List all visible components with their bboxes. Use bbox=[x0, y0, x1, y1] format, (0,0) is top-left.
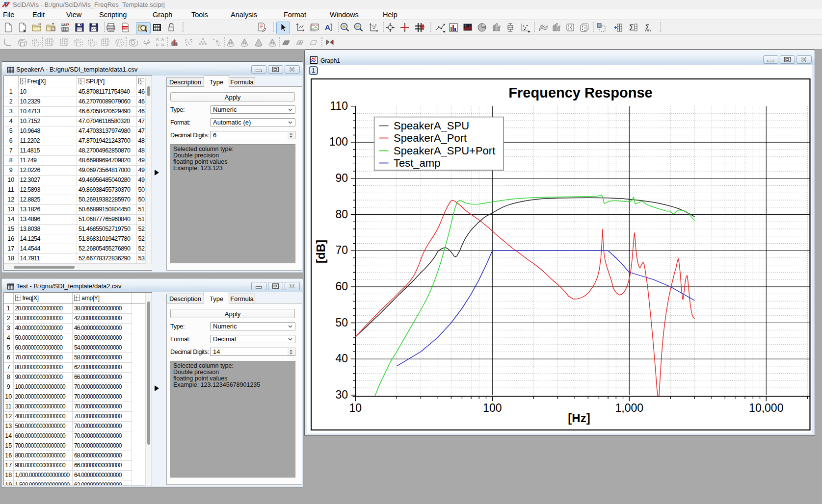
svg-text:100: 100 bbox=[329, 135, 348, 148]
svg-text:[dB]: [dB] bbox=[314, 240, 327, 263]
svg-text:30: 30 bbox=[335, 388, 348, 401]
svg-text:40: 40 bbox=[335, 352, 348, 365]
svg-text:90: 90 bbox=[335, 172, 348, 184]
svg-text:80: 80 bbox=[335, 208, 348, 221]
svg-text:SpeakerA_Port: SpeakerA_Port bbox=[394, 132, 467, 144]
svg-text:SpeakerA_SPU+Port: SpeakerA_SPU+Port bbox=[394, 145, 495, 157]
svg-text:50: 50 bbox=[335, 316, 348, 329]
svg-text:110: 110 bbox=[330, 100, 348, 112]
svg-text:100: 100 bbox=[483, 402, 502, 414]
svg-text:PDF: PDF bbox=[123, 26, 129, 29]
svg-text:Frequency Response: Frequency Response bbox=[508, 85, 652, 101]
svg-text:[Hz]: [Hz] bbox=[568, 411, 590, 425]
svg-text:1,000: 1,000 bbox=[615, 402, 644, 414]
svg-text:SpeakerA_SPU: SpeakerA_SPU bbox=[394, 120, 469, 132]
svg-text:10: 10 bbox=[349, 402, 362, 414]
svg-text:Test_amp: Test_amp bbox=[394, 157, 440, 169]
svg-text:123: 123 bbox=[61, 23, 68, 27]
svg-text:Σ: Σ bbox=[645, 23, 650, 31]
svg-text:70: 70 bbox=[335, 244, 348, 256]
svg-text:A: A bbox=[325, 23, 330, 31]
svg-text:60: 60 bbox=[335, 280, 348, 293]
svg-text:Σ: Σ bbox=[629, 24, 634, 32]
svg-text:10,000: 10,000 bbox=[749, 402, 783, 414]
